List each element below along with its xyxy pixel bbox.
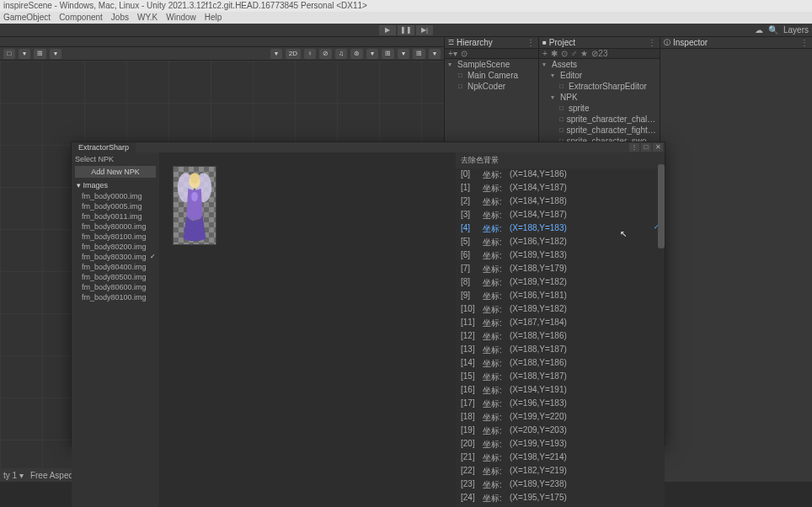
- data-row[interactable]: [22]坐标:(X=182,Y=219): [457, 465, 663, 478]
- inspector-header: ⓘ Inspector ⋮: [660, 37, 812, 49]
- toolbar-icon[interactable]: ♂: [571, 49, 578, 58]
- data-row[interactable]: [6]坐标:(X=189,Y=183): [457, 249, 663, 263]
- npk-item[interactable]: fm_body80200.img: [72, 242, 159, 252]
- data-row[interactable]: [23]坐标:(X=189,Y=238): [457, 478, 663, 492]
- maximize-button[interactable]: □: [641, 143, 651, 152]
- layers-dropdown[interactable]: Layers: [783, 25, 809, 35]
- npk-item[interactable]: fm_body80100.img: [72, 232, 159, 242]
- tree-item[interactable]: ▾Editor: [539, 70, 660, 81]
- extractor-tab[interactable]: ExtractorSharp: [72, 142, 136, 152]
- toolbar-button[interactable]: 2D: [286, 49, 301, 59]
- toolbar-button[interactable]: ▾: [429, 49, 441, 59]
- toolbar-button[interactable]: □: [3, 49, 15, 59]
- npk-item[interactable]: fm_body80100.img: [72, 292, 159, 302]
- toolbar-icon[interactable]: ⊘23: [591, 49, 607, 58]
- menu-item[interactable]: Component: [59, 13, 103, 23]
- toolbar-button[interactable]: ♀: [304, 49, 316, 59]
- npk-item[interactable]: fm_body80400.img: [72, 262, 159, 272]
- toolbar-icon[interactable]: +: [542, 49, 548, 58]
- images-header[interactable]: ▾ Images: [72, 179, 159, 191]
- close-button[interactable]: ✕: [653, 143, 663, 152]
- display-dropdown[interactable]: ty 1 ▾: [3, 471, 24, 480]
- npk-item[interactable]: fm_body80600.img: [72, 282, 159, 292]
- toolbar-button[interactable]: ▾: [19, 49, 30, 59]
- data-row[interactable]: [0]坐标:(X=184,Y=186): [457, 168, 663, 182]
- npk-item[interactable]: fm_body0000.img: [72, 191, 159, 201]
- tree-item[interactable]: ▾NPK: [539, 92, 660, 103]
- menu-item[interactable]: Window: [166, 13, 196, 23]
- tree-item[interactable]: ▾SampleScene: [445, 59, 538, 70]
- search-icon[interactable]: ⊙: [461, 49, 467, 58]
- toolbar-button[interactable]: ▾: [398, 49, 409, 59]
- cloud-icon[interactable]: ☁: [755, 25, 763, 35]
- play-button[interactable]: ▶: [379, 25, 396, 35]
- tree-item[interactable]: □sprite: [539, 103, 660, 114]
- toolbar-button[interactable]: ⊞: [413, 49, 425, 59]
- data-row[interactable]: [10]坐标:(X=189,Y=182): [457, 303, 663, 317]
- npk-list: ▾ Images fm_body0000.imgfm_body0005.imgf…: [72, 179, 159, 507]
- tree-item[interactable]: □sprite_character_challenge2nd_ar: [539, 114, 660, 125]
- data-row[interactable]: [14]坐标:(X=188,Y=186): [457, 357, 663, 371]
- data-row[interactable]: [1]坐标:(X=184,Y=187): [457, 182, 663, 195]
- menu-item[interactable]: WY.K: [137, 13, 158, 23]
- toolbar-button[interactable]: ▾: [366, 49, 378, 59]
- aspect-dropdown[interactable]: Free Aspect: [30, 471, 75, 480]
- window-title: inspireScene - Windows, Mac, Linux - Uni…: [3, 1, 367, 10]
- data-row[interactable]: [21]坐标:(X=198,Y=214): [457, 451, 663, 465]
- data-row[interactable]: [15]坐标:(X=188,Y=187): [457, 371, 663, 384]
- tree-item[interactable]: □sprite_character_fighter_atequipm: [539, 125, 660, 136]
- hierarchy-icon: ☲: [448, 39, 454, 46]
- tree-item[interactable]: □ExtractorSharpEditor: [539, 81, 660, 92]
- menu-item[interactable]: Jobs: [111, 13, 129, 23]
- search-icon[interactable]: 🔍: [768, 25, 778, 35]
- data-row[interactable]: [13]坐标:(X=188,Y=187): [457, 344, 663, 357]
- data-row[interactable]: [8]坐标:(X=189,Y=182): [457, 276, 663, 290]
- toolbar-button[interactable]: ⊛: [350, 49, 363, 59]
- data-row[interactable]: [19]坐标:(X=209,Y=203): [457, 424, 663, 438]
- window-controls: ⋮ □ ✕: [629, 143, 665, 152]
- data-row[interactable]: [17]坐标:(X=196,Y=183): [457, 398, 663, 411]
- tree-item[interactable]: □NpkCoder: [445, 81, 538, 92]
- npk-item[interactable]: fm_body80500.img: [72, 272, 159, 282]
- data-row[interactable]: [18]坐标:(X=199,Y=220): [457, 411, 663, 424]
- npk-item[interactable]: fm_body80000.img: [72, 221, 159, 232]
- step-button[interactable]: ▶|: [416, 25, 433, 35]
- preview-panel: [159, 152, 456, 507]
- data-row[interactable]: [5]坐标:(X=186,Y=182): [457, 236, 663, 249]
- data-row[interactable]: [20]坐标:(X=199,Y=193): [457, 438, 663, 451]
- toolbar-button[interactable]: ⊘: [319, 49, 332, 59]
- toolbar-button[interactable]: ⊞: [34, 49, 46, 59]
- menu-item[interactable]: GameObject: [3, 13, 51, 23]
- tree-item[interactable]: ▾Assets: [539, 59, 660, 70]
- data-row[interactable]: [24]坐标:(X=195,Y=175): [457, 492, 663, 505]
- toolbar-button[interactable]: ♫: [335, 49, 347, 59]
- data-row[interactable]: [9]坐标:(X=186,Y=181): [457, 290, 663, 303]
- npk-item[interactable]: fm_body80300.img: [72, 252, 159, 262]
- menu-item[interactable]: Help: [205, 13, 222, 23]
- data-row[interactable]: [12]坐标:(X=188,Y=186): [457, 330, 663, 344]
- pause-button[interactable]: ❚❚: [398, 25, 414, 35]
- toolbar-button[interactable]: ▾: [270, 49, 282, 59]
- scrollbar[interactable]: [658, 164, 665, 248]
- add-npk-button[interactable]: Add New NPK: [75, 166, 156, 178]
- data-row[interactable]: [2]坐标:(X=184,Y=188): [457, 195, 663, 209]
- toolbar-button[interactable]: ⊞: [382, 49, 394, 59]
- hierarchy-subbar: +▾ ⊙: [445, 49, 538, 59]
- data-row[interactable]: [3]坐标:(X=184,Y=187): [457, 209, 663, 222]
- data-row[interactable]: [16]坐标:(X=194,Y=191): [457, 384, 663, 398]
- svg-point-3: [191, 192, 198, 202]
- tree-item[interactable]: □Main Camera: [445, 70, 538, 81]
- toolbar-icon[interactable]: ⊙: [561, 49, 568, 58]
- data-row[interactable]: [11]坐标:(X=187,Y=184): [457, 317, 663, 330]
- data-row[interactable]: [4]坐标:(X=188,Y=183): [457, 222, 663, 236]
- toolbar-button[interactable]: ▾: [50, 49, 61, 59]
- top-toolbar: ▶ ❚❚ ▶| ☁ 🔍 Layers: [0, 24, 812, 37]
- top-toolbar-right: ☁ 🔍 Layers: [755, 25, 809, 35]
- toolbar-icon[interactable]: ★: [580, 49, 588, 58]
- dock-button[interactable]: ⋮: [629, 143, 639, 152]
- add-button[interactable]: +▾: [448, 49, 457, 58]
- data-row[interactable]: [7]坐标:(X=188,Y=179): [457, 263, 663, 276]
- npk-item[interactable]: fm_body0005.img: [72, 201, 159, 211]
- toolbar-icon[interactable]: ✱: [551, 49, 558, 58]
- npk-item[interactable]: fm_body0011.img: [72, 211, 159, 221]
